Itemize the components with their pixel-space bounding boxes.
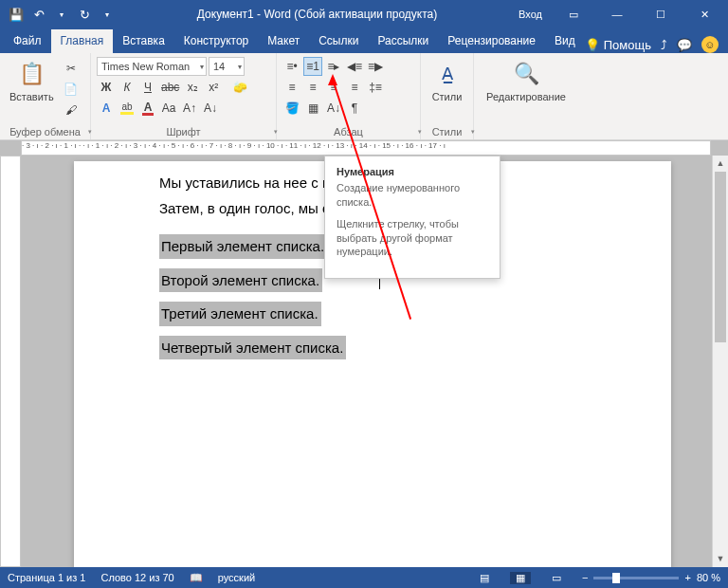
tab-mailings[interactable]: Рассылки: [368, 29, 438, 53]
ribbon: 📋 Вставить ✂ 📄 🖌 Буфер обмена Times New …: [0, 53, 728, 140]
share-icon[interactable]: ⤴: [661, 38, 667, 52]
read-mode-icon[interactable]: ▤: [474, 572, 495, 584]
window-title: Документ1 - Word (Сбой активации продукт…: [123, 8, 511, 21]
vertical-scrollbar[interactable]: ▲ ▼: [712, 156, 728, 567]
print-layout-icon[interactable]: ▦: [510, 572, 531, 584]
group-editing: 🔍 Редактирование .: [474, 53, 578, 139]
scroll-up-icon[interactable]: ▲: [713, 156, 728, 172]
decrease-indent-button[interactable]: ◀≡: [345, 57, 364, 76]
lightbulb-icon: 💡: [585, 38, 600, 52]
annotation-arrow-icon: [328, 74, 337, 85]
grow-font-button[interactable]: A↑: [180, 99, 199, 118]
undo-icon[interactable]: ↶: [30, 6, 47, 23]
font-family-select[interactable]: Times New Roman: [97, 57, 207, 76]
group-font: Times New Roman 14 Ж К Ч abc x₂ x² 🧽 A a…: [91, 53, 277, 139]
shading-button[interactable]: 🪣: [282, 99, 301, 118]
align-left-button[interactable]: ≡: [282, 78, 301, 97]
comments-icon[interactable]: 💬: [677, 38, 692, 52]
font-size-select[interactable]: 14: [209, 57, 245, 76]
scroll-thumb[interactable]: [715, 172, 726, 342]
list-item[interactable]: Третий элемент списка.: [159, 302, 321, 326]
increase-indent-button[interactable]: ≡▶: [366, 57, 385, 76]
tooltip-text: Создание нумерованного списка.: [337, 181, 488, 210]
align-center-button[interactable]: ≡: [303, 78, 322, 97]
cut-icon[interactable]: ✂: [62, 59, 81, 78]
text-effects-icon[interactable]: A: [97, 99, 116, 118]
ribbon-tabs: Файл Главная Вставка Конструктор Макет С…: [0, 28, 728, 53]
editing-button[interactable]: 🔍 Редактирование: [480, 57, 573, 104]
ribbon-display-icon[interactable]: ▭: [554, 0, 593, 28]
feedback-icon[interactable]: ☺: [701, 36, 719, 53]
group-styles: A̲ Стили Стили: [421, 53, 474, 139]
bold-button[interactable]: Ж: [97, 78, 116, 97]
tab-home[interactable]: Главная: [51, 29, 114, 53]
highlight-button[interactable]: ab: [118, 99, 136, 118]
titlebar: 💾 ↶ ▾ ↻ ▾ Документ1 - Word (Сбой активац…: [0, 0, 728, 28]
tab-review[interactable]: Рецензирование: [438, 29, 545, 53]
tell-me-button[interactable]: 💡Помощь: [585, 38, 651, 52]
qat-customize-icon[interactable]: ▾: [99, 6, 116, 23]
show-marks-button[interactable]: ¶: [345, 99, 364, 118]
copy-icon[interactable]: 📄: [62, 80, 81, 99]
save-icon[interactable]: 💾: [8, 6, 25, 23]
format-painter-icon[interactable]: 🖌: [62, 101, 81, 119]
scroll-down-icon[interactable]: ▼: [713, 551, 728, 567]
zoom-in-icon[interactable]: +: [684, 572, 690, 583]
tab-layout[interactable]: Макет: [258, 29, 309, 53]
clear-formatting-icon[interactable]: 🧽: [230, 78, 249, 97]
horizontal-ruler[interactable]: · 3 · ı · 2 · ı · 1 · ı · · ı · 1 · ı · …: [21, 140, 711, 156]
bullets-button[interactable]: ≡•: [282, 57, 301, 76]
zoom-control[interactable]: − + 80 %: [582, 572, 720, 583]
paste-button[interactable]: 📋 Вставить: [6, 57, 58, 104]
zoom-knob[interactable]: [612, 573, 620, 583]
signin-button[interactable]: Вход: [511, 0, 550, 28]
group-clipboard: 📋 Вставить ✂ 📄 🖌 Буфер обмена: [0, 53, 91, 139]
vertical-ruler[interactable]: [0, 156, 21, 567]
numbering-button[interactable]: ≡1: [303, 57, 322, 76]
list-item[interactable]: Второй элемент списка.: [159, 268, 322, 293]
tab-design[interactable]: Конструктор: [174, 29, 258, 53]
status-language[interactable]: русский: [218, 572, 255, 583]
group-clipboard-label: Буфер обмена: [6, 124, 84, 138]
borders-button[interactable]: ▦: [303, 99, 322, 118]
web-layout-icon[interactable]: ▭: [546, 572, 567, 584]
maximize-icon[interactable]: ☐: [641, 0, 681, 28]
zoom-out-icon[interactable]: −: [582, 572, 588, 583]
underline-button[interactable]: Ч: [138, 78, 157, 97]
close-icon[interactable]: ✕: [684, 0, 724, 28]
styles-label: Стили: [432, 91, 463, 102]
status-words[interactable]: Слово 12 из 70: [100, 572, 173, 583]
redo-icon[interactable]: ↻: [76, 6, 93, 23]
zoom-slider[interactable]: [593, 577, 679, 579]
tooltip-text: Щелкните стрелку, чтобы выбрать другой ф…: [337, 217, 488, 260]
list-item[interactable]: Первый элемент списка.: [159, 234, 327, 259]
proofing-icon[interactable]: 📖: [190, 572, 203, 584]
tooltip-numbering: Нумерация Создание нумерованного списка.…: [324, 156, 500, 279]
italic-button[interactable]: К: [118, 78, 136, 97]
change-case-button[interactable]: Aa: [159, 99, 178, 118]
list-item[interactable]: Четвертый элемент списка.: [159, 336, 346, 360]
dropdown-icon[interactable]: ▾: [53, 6, 70, 23]
editing-label: Редактирование: [486, 91, 566, 102]
tooltip-title: Нумерация: [337, 166, 488, 177]
minimize-icon[interactable]: —: [597, 0, 637, 28]
superscript-button[interactable]: x²: [204, 78, 223, 97]
group-font-label: Шрифт: [97, 124, 270, 138]
paste-label: Вставить: [9, 91, 54, 102]
styles-icon: A̲: [432, 59, 463, 89]
multilevel-list-button[interactable]: ≡▸: [324, 57, 343, 76]
line-spacing-button[interactable]: ‡≡: [366, 78, 385, 97]
shrink-font-button[interactable]: A↓: [201, 99, 220, 118]
font-color-button[interactable]: A: [138, 99, 157, 118]
tab-file[interactable]: Файл: [4, 29, 51, 53]
justify-button[interactable]: ≡: [345, 78, 364, 97]
styles-button[interactable]: A̲ Стили: [427, 57, 467, 104]
subscript-button[interactable]: x₂: [183, 78, 202, 97]
strikethrough-button[interactable]: abc: [159, 78, 181, 97]
status-page[interactable]: Страница 1 из 1: [8, 572, 85, 583]
tab-insert[interactable]: Вставка: [113, 29, 174, 53]
tab-view[interactable]: Вид: [545, 29, 585, 53]
tab-references[interactable]: Ссылки: [309, 29, 368, 53]
paste-icon: 📋: [16, 59, 46, 89]
zoom-level[interactable]: 80 %: [697, 572, 720, 583]
